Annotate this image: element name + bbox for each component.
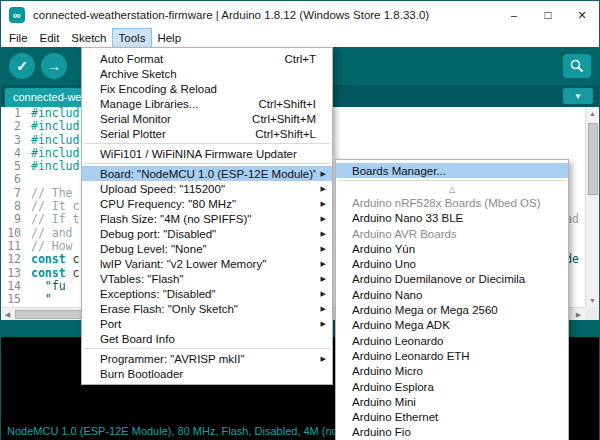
tools-menu-item-erase-flash-only-sketch[interactable]: Erase Flash: "Only Sketch"▶ <box>82 301 332 316</box>
board-submenu-item-boards-manager[interactable]: Boards Manager... <box>336 163 568 178</box>
tools-menu-item-burn-bootloader[interactable]: Burn Bootloader <box>82 366 332 381</box>
submenu-arrow-icon: ▶ <box>316 355 326 363</box>
menu-item-label: Arduino Micro <box>352 365 552 377</box>
menu-item-shortcut: Ctrl+Shift+L <box>255 128 316 140</box>
tab-overflow-button[interactable]: ▼ <box>563 88 593 104</box>
scroll-down-icon[interactable]: ▼ <box>586 294 599 307</box>
menu-item-shortcut: Ctrl+T <box>284 53 316 65</box>
menu-bar: File Edit Sketch Tools Help <box>1 29 599 47</box>
line-number: 10 <box>1 227 26 240</box>
verify-button[interactable]: ✓ <box>9 53 35 79</box>
code-text: #includ <box>26 134 79 147</box>
submenu-arrow-icon: ▶ <box>316 230 326 238</box>
menubar-item-tools[interactable]: Tools <box>113 29 152 47</box>
code-text: // How <box>26 240 73 253</box>
board-submenu: Boards Manager...△Arduino nRF528x Boards… <box>335 159 569 440</box>
tools-menu-item-flash-size-4m-no-spiffs[interactable]: Flash Size: "4M (no SPIFFS)"▶ <box>82 211 332 226</box>
submenu-arrow-icon: ▶ <box>316 290 326 298</box>
code-text: // If t <box>26 213 79 226</box>
menu-item-label: Arduino Nano <box>352 289 552 301</box>
line-number: 4 <box>1 147 26 160</box>
minimize-button[interactable]: – <box>497 1 531 29</box>
arduino-logo-icon: ∞ <box>9 7 25 23</box>
menu-item-shortcut: Ctrl+Shift+M <box>252 113 316 125</box>
scroll-up-icon[interactable]: ▲ <box>586 107 599 120</box>
tools-menu-item-archive-sketch[interactable]: Archive Sketch <box>82 66 332 81</box>
line-number: 7 <box>1 187 26 200</box>
tools-menu-item-debug-port-disabled[interactable]: Debug port: "Disabled"▶ <box>82 226 332 241</box>
line-number: 2 <box>1 120 26 133</box>
close-button[interactable]: ✕ <box>565 1 599 29</box>
menu-item-label: Programmer: "AVRISP mkII" <box>100 353 316 365</box>
vertical-scrollbar-thumb[interactable] <box>588 123 598 195</box>
code-text: #includ <box>26 120 79 133</box>
menu-item-label: Erase Flash: "Only Sketch" <box>100 303 316 315</box>
submenu-arrow-icon: ▶ <box>316 200 326 208</box>
tools-menu-item-cpu-frequency-80-mhz[interactable]: CPU Frequency: "80 MHz"▶ <box>82 196 332 211</box>
menu-item-label: Arduino Nano 33 BLE <box>352 212 552 224</box>
menubar-item-edit[interactable]: Edit <box>34 29 66 47</box>
tools-menu-item-board-nodemcu-1-0-esp-12e-module[interactable]: Board: "NodeMCU 1.0 (ESP-12E Module)"▶ <box>82 166 332 181</box>
maximize-button[interactable]: □ <box>531 1 565 29</box>
arduino-ide-window: ∞ connected-weatherstation-firmware | Ar… <box>0 0 600 440</box>
tools-menu-item-get-board-info[interactable]: Get Board Info <box>82 331 332 346</box>
tools-menu-item-debug-level-none[interactable]: Debug Level: "None"▶ <box>82 241 332 256</box>
code-text: #includ <box>26 160 79 173</box>
board-submenu-item-arduino-fio[interactable]: Arduino Fio <box>336 425 568 440</box>
board-submenu-item-arduino-leonardo[interactable]: Arduino Leonardo <box>336 333 568 348</box>
board-submenu-item-arduino-ethernet[interactable]: Arduino Ethernet <box>336 409 568 424</box>
board-submenu-item-arduino-y-n[interactable]: Arduino Yún <box>336 241 568 256</box>
line-number: 13 <box>1 267 26 280</box>
board-submenu-item-arduino-leonardo-eth[interactable]: Arduino Leonardo ETH <box>336 348 568 363</box>
tools-menu-item-wifi101-wifinina-firmware-updater[interactable]: WiFi101 / WiFiNINA Firmware Updater <box>82 146 332 161</box>
menu-item-label: Arduino Uno <box>352 258 552 270</box>
tools-menu-item-serial-plotter[interactable]: Serial PlotterCtrl+Shift+L <box>82 126 332 141</box>
board-submenu-item-arduino-mini[interactable]: Arduino Mini <box>336 394 568 409</box>
tools-menu-item-programmer-avrisp-mkii[interactable]: Programmer: "AVRISP mkII"▶ <box>82 351 332 366</box>
tools-menu-item-port[interactable]: Port▶ <box>82 316 332 331</box>
board-submenu-item-arduino-micro[interactable]: Arduino Micro <box>336 364 568 379</box>
line-number: 1 <box>1 107 26 120</box>
tools-menu-item-fix-encoding-reload[interactable]: Fix Encoding & Reload <box>82 81 332 96</box>
menu-item-label: Arduino Leonardo <box>352 335 552 347</box>
tools-menu-item-manage-libraries[interactable]: Manage Libraries...Ctrl+Shift+I <box>82 96 332 111</box>
tools-menu-item-exceptions-disabled[interactable]: Exceptions: "Disabled"▶ <box>82 286 332 301</box>
tools-menu-item-auto-format[interactable]: Auto FormatCtrl+T <box>82 51 332 66</box>
vertical-scrollbar[interactable]: ▲ ▼ <box>585 107 599 307</box>
board-submenu-item-arduino-mega-adk[interactable]: Arduino Mega ADK <box>336 318 568 333</box>
title-bar: ∞ connected-weatherstation-firmware | Ar… <box>1 1 599 29</box>
code-text: #includ <box>26 147 79 160</box>
tools-menu-item-serial-monitor[interactable]: Serial MonitorCtrl+Shift+M <box>82 111 332 126</box>
menubar-item-help[interactable]: Help <box>151 29 187 47</box>
submenu-arrow-icon: ▶ <box>316 185 326 193</box>
code-text: // The <box>26 187 73 200</box>
tools-menu-item-lwip-variant-v2-lower-memory[interactable]: lwIP Variant: "v2 Lower Memory"▶ <box>82 256 332 271</box>
tools-menu-item-vtables-flash[interactable]: VTables: "Flash"▶ <box>82 271 332 286</box>
menu-item-label: Boards Manager... <box>352 165 552 177</box>
board-submenu-item-arduino-esplora[interactable]: Arduino Esplora <box>336 379 568 394</box>
board-submenu-item-arduino-mega-or-mega-2560[interactable]: Arduino Mega or Mega 2560 <box>336 302 568 317</box>
line-number: 8 <box>1 200 26 213</box>
board-submenu-item-arduino-nano-33-ble[interactable]: Arduino Nano 33 BLE <box>336 211 568 226</box>
menu-item-label: Exceptions: "Disabled" <box>100 288 316 300</box>
line-number: 3 <box>1 134 26 147</box>
menubar-item-file[interactable]: File <box>3 29 34 47</box>
code-text: " <box>26 293 52 306</box>
menu-item-label: Arduino Mega ADK <box>352 319 552 331</box>
menu-scroll-up[interactable]: △ <box>336 183 568 195</box>
code-text: const c <box>26 267 79 280</box>
menu-item-label: Debug port: "Disabled" <box>100 228 316 240</box>
tools-menu-item-upload-speed-115200[interactable]: Upload Speed: "115200"▶ <box>82 181 332 196</box>
line-number: 14 <box>1 280 26 293</box>
board-submenu-item-arduino-duemilanove-or-diecimila[interactable]: Arduino Duemilanove or Diecimila <box>336 272 568 287</box>
menu-item-label: Auto Format <box>100 53 270 65</box>
board-submenu-item-arduino-nano[interactable]: Arduino Nano <box>336 287 568 302</box>
serial-monitor-button[interactable] <box>563 54 591 78</box>
code-text: // and <box>26 227 73 240</box>
code-text: const c <box>26 253 79 266</box>
board-submenu-item-arduino-uno[interactable]: Arduino Uno <box>336 256 568 271</box>
upload-button[interactable]: → <box>41 53 67 79</box>
code-text <box>26 173 31 186</box>
menu-item-label: Arduino Ethernet <box>352 411 552 423</box>
menubar-item-sketch[interactable]: Sketch <box>65 29 112 47</box>
